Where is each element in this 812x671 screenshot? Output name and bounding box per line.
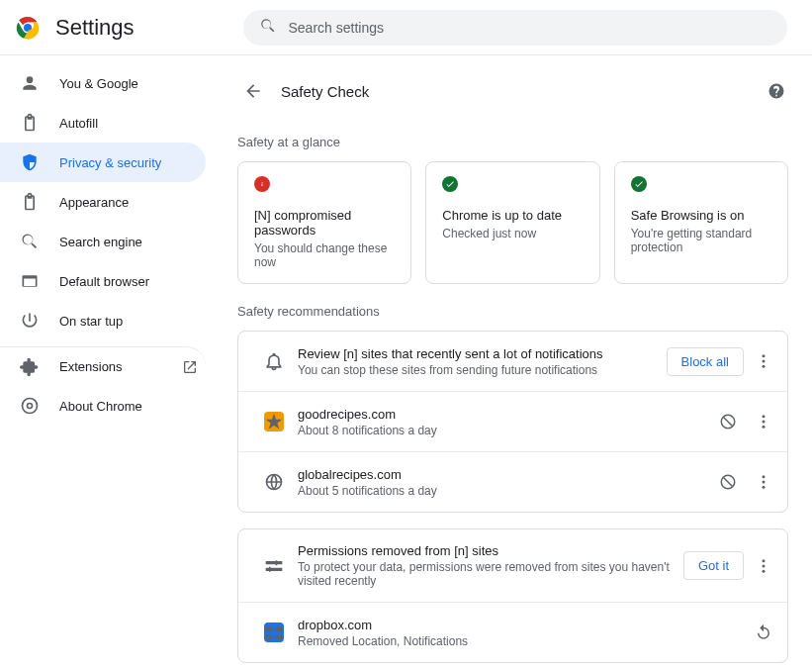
block-icon xyxy=(719,413,737,431)
svg-point-11 xyxy=(763,426,766,429)
check-icon xyxy=(445,179,455,189)
app-title: Settings xyxy=(55,15,135,41)
card-sub: You should change these now xyxy=(254,241,395,269)
sidebar-item-label: You & Google xyxy=(59,76,138,91)
person-icon xyxy=(20,73,40,93)
undo-icon xyxy=(755,623,772,641)
notification-site-row: globalrecipes.com About 5 notifications … xyxy=(238,451,787,512)
more-button[interactable] xyxy=(748,406,779,437)
svg-point-4 xyxy=(763,354,766,357)
notifications-panel: Review [n] sites that recently sent a lo… xyxy=(237,331,788,513)
svg-point-15 xyxy=(763,475,766,478)
back-button[interactable] xyxy=(237,75,269,107)
browser-icon xyxy=(20,271,40,291)
glance-card-safe-browsing[interactable]: Safe Browsing is on You're getting stand… xyxy=(614,161,788,284)
site-domain: dropbox.com xyxy=(298,618,748,632)
site-domain: goodrecipes.com xyxy=(298,407,712,422)
svg-point-9 xyxy=(763,415,766,418)
content: Safety Check Safety at a glance [N] comp… xyxy=(229,55,812,671)
block-site-button[interactable] xyxy=(712,466,744,498)
search-icon xyxy=(259,17,289,38)
sidebar-item-autofill[interactable]: Autofill xyxy=(0,103,206,143)
svg-point-5 xyxy=(763,360,766,363)
row-title: Permissions removed from [n] sites xyxy=(298,543,683,558)
sidebar-item-about[interactable]: About Chrome xyxy=(0,386,206,426)
svg-point-17 xyxy=(763,486,766,489)
sidebar-item-you-google[interactable]: You & Google xyxy=(0,63,206,103)
more-vert-icon xyxy=(755,473,772,491)
row-title: Review [n] sites that recently sent a lo… xyxy=(298,346,667,361)
got-it-button[interactable]: Got it xyxy=(683,551,744,580)
glance-card-update[interactable]: Chrome is up to date Checked just now xyxy=(425,161,599,284)
status-dot-red xyxy=(254,176,270,192)
sidebar-item-label: Default browser xyxy=(59,274,149,289)
shield-icon xyxy=(20,152,40,172)
row-sub: You can stop these sites from sending fu… xyxy=(298,363,667,377)
sidebar-item-label: Appearance xyxy=(59,195,129,210)
site-detail: About 5 notifications a day xyxy=(298,484,712,498)
chrome-outline-icon xyxy=(20,396,40,416)
site-domain: globalrecipes.com xyxy=(298,467,712,482)
svg-point-20 xyxy=(763,569,766,572)
arrow-back-icon xyxy=(243,81,263,101)
sidebar-item-label: Autofill xyxy=(59,116,98,131)
svg-point-10 xyxy=(763,421,766,424)
info-icon xyxy=(257,179,267,189)
status-dot-green xyxy=(442,176,458,192)
search-icon xyxy=(20,232,40,251)
recs-label: Safety recommendations xyxy=(237,304,788,319)
more-vert-icon xyxy=(755,352,772,370)
sidebar-item-search-engine[interactable]: Search engine xyxy=(0,222,206,261)
sidebar-item-appearance[interactable]: Appearance xyxy=(0,182,206,222)
card-title: [N] compromised passwords xyxy=(254,208,395,238)
card-title: Safe Browsing is on xyxy=(631,208,771,223)
chrome-logo-icon xyxy=(16,16,40,40)
site-star-icon xyxy=(264,412,284,431)
card-title: Chrome is up to date xyxy=(442,208,583,223)
dropbox-icon xyxy=(264,623,284,642)
undo-button[interactable] xyxy=(748,617,779,648)
sidebar-item-label: Privacy & security xyxy=(59,155,161,170)
svg-point-3 xyxy=(28,404,33,409)
sidebar: You & Google Autofill Privacy & security… xyxy=(0,55,229,671)
block-site-button[interactable] xyxy=(712,406,744,437)
more-vert-icon xyxy=(755,413,772,431)
sidebar-item-default-browser[interactable]: Default browser xyxy=(0,261,206,301)
more-button[interactable] xyxy=(748,466,779,498)
glance-cards: [N] compromised passwords You should cha… xyxy=(237,161,788,284)
extension-icon xyxy=(20,357,40,377)
site-detail: About 8 notifications a day xyxy=(298,424,712,437)
glance-label: Safety at a glance xyxy=(237,135,788,149)
globe-icon xyxy=(264,472,284,492)
sidebar-item-privacy[interactable]: Privacy & security xyxy=(0,143,206,182)
clipboard-icon xyxy=(20,113,40,133)
site-detail: Removed Location, Notifications xyxy=(298,634,748,648)
sidebar-item-startup[interactable]: On star tup xyxy=(0,301,206,340)
card-sub: You're getting standard protection xyxy=(631,227,771,254)
sidebar-item-label: On star tup xyxy=(59,314,123,329)
search-settings-wrap[interactable] xyxy=(243,10,787,46)
sidebar-item-label: About Chrome xyxy=(59,399,142,414)
tune-icon xyxy=(264,556,284,576)
check-icon xyxy=(634,179,644,189)
search-input[interactable] xyxy=(289,20,771,36)
svg-point-18 xyxy=(763,559,766,562)
block-all-button[interactable]: Block all xyxy=(667,347,744,376)
power-icon xyxy=(20,311,40,331)
block-icon xyxy=(719,473,737,491)
permissions-panel: Permissions removed from [n] sites To pr… xyxy=(237,528,788,663)
notifications-header-row: Review [n] sites that recently sent a lo… xyxy=(238,332,787,391)
svg-line-14 xyxy=(724,478,733,487)
svg-point-19 xyxy=(763,564,766,567)
more-button[interactable] xyxy=(748,550,779,582)
more-button[interactable] xyxy=(748,345,779,377)
svg-point-16 xyxy=(763,481,766,484)
permission-site-row: dropbox.com Removed Location, Notificati… xyxy=(238,602,787,662)
open-in-new-icon xyxy=(182,359,198,375)
glance-card-passwords[interactable]: [N] compromised passwords You should cha… xyxy=(237,161,411,284)
help-button[interactable] xyxy=(765,79,788,103)
svg-line-8 xyxy=(724,418,733,427)
notification-site-row: goodrecipes.com About 8 notifications a … xyxy=(238,391,787,451)
more-vert-icon xyxy=(755,557,772,575)
sidebar-item-extensions[interactable]: Extensions xyxy=(0,346,206,386)
